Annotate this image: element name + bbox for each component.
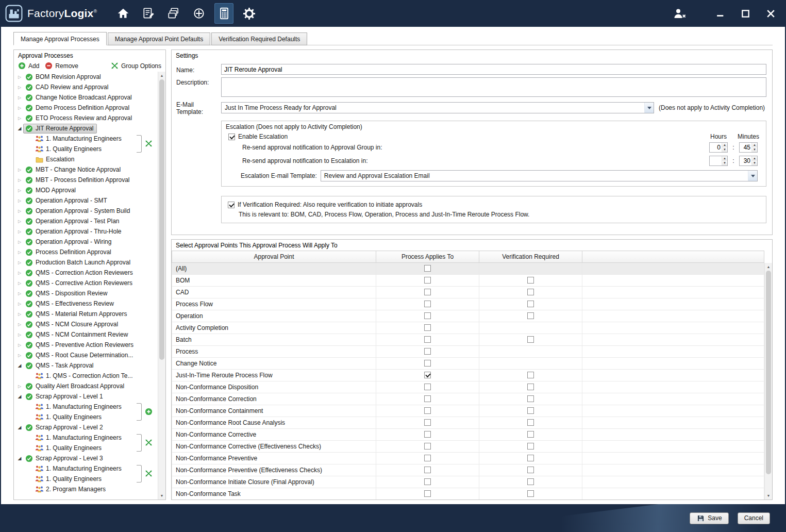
tree-item-mbt-process-definition-approval[interactable]: ▷MBT - Process Definition Approval (14, 175, 158, 185)
tree-item-qms-disposition-review[interactable]: ▷QMS - Disposition Review (14, 288, 158, 298)
spin-down-icon[interactable]: ▼ (722, 147, 727, 152)
tree-item-scrap-approval-level-1[interactable]: ◢Scrap Approval - Level 1 (14, 391, 158, 402)
verification-required-checkbox[interactable] (527, 443, 534, 450)
expand-arrow-icon[interactable]: ▷ (16, 260, 23, 265)
expand-arrow-icon[interactable]: ▷ (16, 322, 23, 327)
spin-down-icon[interactable]: ▼ (752, 161, 757, 165)
verification-required-checkbox[interactable] (527, 419, 534, 426)
scrollbar-thumb[interactable] (766, 271, 771, 474)
dropdown-arrow-icon[interactable] (644, 103, 654, 113)
spin-up-icon[interactable]: ▲ (722, 143, 727, 147)
verification-required-checkbox[interactable] (527, 431, 534, 438)
column-header-approval-point[interactable]: Approval Point (172, 251, 376, 263)
verification-required-checkbox[interactable] (527, 301, 534, 307)
verification-required-checkbox[interactable] (527, 455, 534, 461)
process-applies-checkbox[interactable] (424, 277, 431, 284)
expand-arrow-icon[interactable]: ▷ (16, 343, 23, 347)
tree-item-change-notice-broadcast-approval[interactable]: ▷Change Notice Broadcast Approval (14, 92, 158, 103)
tree-item-qms-task-approval[interactable]: ◢QMS - Task Approval (14, 360, 158, 371)
add-button[interactable]: Add (18, 62, 39, 70)
tree-item-operation-approval-wiring[interactable]: ▷Operation Approval - Wiring (14, 237, 158, 247)
tree-item-jit-reroute-approval[interactable]: ◢JIT Reroute Approval (14, 123, 158, 134)
expand-arrow-icon[interactable]: ▷ (16, 332, 23, 337)
tree-item-operation-approval-system-build[interactable]: ▷Operation Approval - System Build (14, 206, 158, 216)
verification-required-checkbox[interactable] (527, 384, 534, 390)
process-applies-checkbox[interactable] (424, 312, 431, 319)
collapse-arrow-icon[interactable]: ◢ (16, 425, 23, 430)
verification-required-checkbox[interactable] (527, 478, 534, 485)
tree-item-1-qms-correction-action-te[interactable]: 1. QMS - Correction Action Te... (14, 371, 158, 381)
process-applies-checkbox[interactable] (424, 443, 431, 450)
expand-arrow-icon[interactable]: ▷ (16, 209, 23, 213)
minutes-spinner[interactable]: ▲▼ (739, 156, 758, 166)
expand-arrow-icon[interactable]: ▷ (16, 168, 23, 172)
expand-arrow-icon[interactable]: ▷ (16, 353, 23, 358)
process-applies-checkbox[interactable] (424, 301, 431, 307)
verification-required-checkbox[interactable] (527, 407, 534, 414)
description-input[interactable] (221, 77, 766, 97)
name-input[interactable] (221, 64, 766, 75)
tree-item-1-quality-engineers[interactable]: 1. Quality Engineers (14, 412, 158, 422)
tree-item-qms-corrective-action-reviewers[interactable]: ▷QMS - Corrective Action Reviewers (14, 278, 158, 288)
tree-item-production-batch-launch-approval[interactable]: ▷Production Batch Launch Approval (14, 257, 158, 268)
document-edit-icon[interactable] (139, 3, 158, 24)
expand-arrow-icon[interactable]: ▷ (16, 240, 23, 244)
expand-arrow-icon[interactable]: ▷ (16, 178, 23, 182)
process-applies-checkbox[interactable] (424, 395, 431, 402)
tree-item-qms-ncm-containment-review[interactable]: ▷QMS - NCM Containment Review (14, 329, 158, 340)
collapse-arrow-icon[interactable]: ◢ (16, 363, 23, 368)
target-icon[interactable] (189, 3, 208, 24)
expand-arrow-icon[interactable]: ▷ (16, 188, 23, 193)
expand-arrow-icon[interactable]: ▷ (16, 116, 23, 121)
tree-item-bom-revision-approval[interactable]: ▷BOM Revision Approval (14, 72, 158, 82)
close-button[interactable] (763, 6, 778, 21)
tree-item-operation-approval-smt[interactable]: ▷Operation Approval - SMT (14, 195, 158, 206)
minutes-spinner[interactable]: ▲▼ (739, 142, 758, 153)
spin-up-icon[interactable]: ▲ (752, 143, 757, 147)
user-logout-icon[interactable] (672, 6, 687, 21)
expand-arrow-icon[interactable]: ▷ (16, 271, 23, 275)
group-options-button[interactable]: Group Options (110, 62, 161, 70)
spin-down-icon[interactable]: ▼ (722, 161, 727, 165)
minutes-spinner-input[interactable] (740, 156, 751, 165)
tree-item-1-manufacturing-engineers[interactable]: 1. Manufacturing Engineers (14, 402, 158, 412)
tree-item-process-definition-approval[interactable]: ▷Process Definition Approval (14, 247, 158, 257)
hours-spinner-input[interactable] (710, 143, 722, 152)
verification-required-checkbox[interactable] (527, 277, 534, 284)
tab-manage-approval-processes[interactable]: Manage Approval Processes (13, 32, 107, 45)
tree-item-2-program-managers[interactable]: 2. Program Managers (14, 484, 158, 494)
remove-button[interactable]: Remove (44, 62, 78, 70)
tree-item-demo-process-definition-approval[interactable]: ▷Demo Process Definition Approval (14, 103, 158, 113)
verification-required-checkbox[interactable] (228, 202, 235, 208)
hours-spinner-input[interactable] (710, 156, 722, 165)
verification-required-checkbox[interactable] (527, 372, 534, 378)
tree-item-scrap-approval-level-2[interactable]: ◢Scrap Approval - Level 2 (14, 422, 158, 433)
tree-item-mod-approval[interactable]: ▷MOD Approval (14, 185, 158, 195)
spin-up-icon[interactable]: ▲ (752, 156, 757, 161)
escalation-template-select[interactable]: Review and Approval Escalation Email (321, 170, 758, 181)
expand-arrow-icon[interactable]: ▷ (16, 198, 23, 203)
stack-icon[interactable] (164, 3, 183, 24)
expand-arrow-icon[interactable]: ▷ (16, 384, 23, 389)
expand-arrow-icon[interactable]: ▷ (16, 312, 23, 317)
minimize-button[interactable] (713, 6, 727, 21)
process-applies-checkbox[interactable] (424, 360, 431, 367)
gear-icon[interactable] (240, 3, 259, 24)
process-applies-checkbox[interactable] (424, 289, 431, 295)
table-scrollbar[interactable]: ▲ ▼ (764, 263, 772, 500)
column-header-process-applies-to[interactable]: Process Applies To (376, 251, 479, 263)
verification-required-checkbox[interactable] (527, 289, 534, 295)
tree-item-qms-preventive-action-reviewers[interactable]: ▷QMS - Preventive Action Reviewers (14, 340, 158, 350)
process-applies-checkbox[interactable] (424, 265, 431, 272)
process-applies-checkbox[interactable] (424, 372, 431, 378)
process-applies-checkbox[interactable] (424, 431, 431, 438)
tree-item-mbt-change-notice-approval[interactable]: ▷MBT - Change Notice Approval (14, 164, 158, 175)
hours-spinner[interactable]: ▲▼ (709, 142, 728, 153)
tree-item-operation-approval-test-plan[interactable]: ▷Operation Approval - Test Plan (14, 216, 158, 226)
verification-required-checkbox[interactable] (527, 312, 534, 319)
dropdown-arrow-icon[interactable] (748, 171, 757, 181)
tree-item-qms-correction-action-reviewers[interactable]: ▷QMS - Correction Action Reviewers (14, 268, 158, 278)
approvals-section-icon[interactable] (214, 3, 233, 24)
expand-arrow-icon[interactable]: ▷ (16, 95, 23, 100)
tab-verification-required-defaults[interactable]: Verification Required Defaults (211, 32, 307, 45)
